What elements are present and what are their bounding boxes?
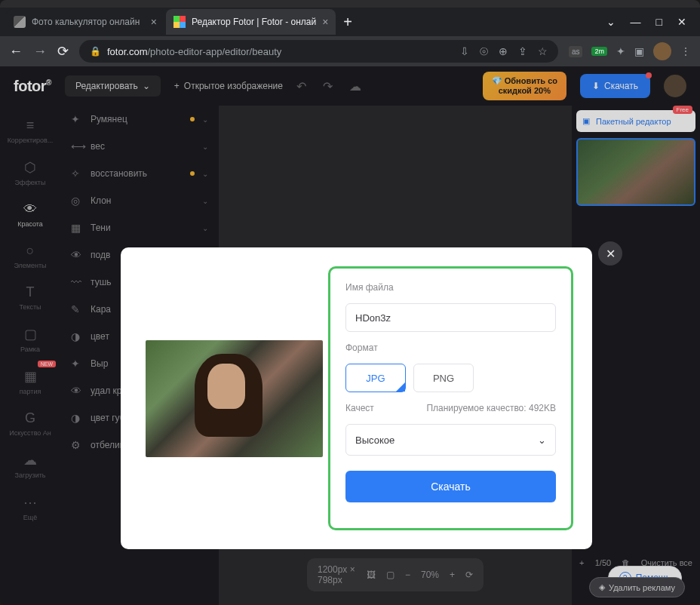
puzzle-icon[interactable]: ✦ bbox=[616, 45, 625, 57]
bookmark-icon[interactable]: ☆ bbox=[538, 45, 548, 58]
format-jpg-button[interactable]: JPG bbox=[345, 364, 406, 392]
filename-label: Имя файла bbox=[345, 282, 556, 293]
favicon bbox=[14, 16, 26, 28]
profile-avatar[interactable] bbox=[653, 42, 671, 60]
reload-button[interactable]: ⟳ bbox=[57, 43, 69, 60]
diamond-icon: ◈ bbox=[599, 582, 605, 592]
chevron-down-icon: ⌄ bbox=[538, 435, 546, 446]
square-icon[interactable]: ▣ bbox=[634, 45, 644, 57]
remove-ads-button[interactable]: ◈ Удалить рекламу bbox=[589, 577, 685, 597]
close-window-button[interactable]: ✕ bbox=[677, 16, 686, 28]
share-icon[interactable]: ⇪ bbox=[518, 45, 527, 58]
filename-input[interactable] bbox=[345, 303, 556, 332]
url-domain: fotor.com bbox=[107, 46, 147, 57]
back-button[interactable]: ← bbox=[9, 44, 23, 60]
browser-tabbar: Фото калькулятор онлайн × Редактор Fotor… bbox=[0, 8, 700, 36]
new-tab-button[interactable]: + bbox=[337, 14, 358, 31]
zoom-icon[interactable]: ⊕ bbox=[499, 45, 508, 58]
address-input[interactable]: 🔒 fotor.com/photo-editor-app/editor/beau… bbox=[79, 40, 558, 63]
preview-image bbox=[146, 340, 323, 457]
maximize-button[interactable]: □ bbox=[656, 16, 662, 28]
tab-title: Фото калькулятор онлайн bbox=[32, 17, 145, 27]
tab-fotor[interactable]: Редактор Fotor | Fotor - онлай × bbox=[166, 9, 336, 35]
menu-icon[interactable]: ⋮ bbox=[680, 45, 691, 57]
planned-size: Планируемое качество: 492KB bbox=[426, 403, 556, 413]
favicon bbox=[173, 16, 186, 28]
chevron-down-icon[interactable]: ⌄ bbox=[606, 16, 616, 28]
quality-label: Качест bbox=[345, 403, 374, 413]
download-form: Имя файла Формат JPG PNG Качест Планируе… bbox=[328, 266, 573, 530]
format-png-button[interactable]: PNG bbox=[413, 364, 474, 392]
modal-overlay[interactable]: ✕ Имя файла Формат JPG PNG Качест Планир… bbox=[0, 66, 700, 605]
format-label: Формат bbox=[345, 342, 556, 353]
ext-as[interactable]: as bbox=[569, 46, 583, 57]
close-icon[interactable]: × bbox=[322, 16, 328, 28]
install-icon[interactable]: ⇩ bbox=[460, 45, 469, 58]
close-icon[interactable]: × bbox=[151, 16, 157, 28]
modal-download-button[interactable]: Скачать bbox=[345, 471, 556, 502]
download-modal: ✕ Имя файла Формат JPG PNG Качест Планир… bbox=[121, 247, 592, 549]
preview-pane bbox=[140, 266, 328, 530]
modal-close-button[interactable]: ✕ bbox=[598, 241, 622, 266]
lock-icon: 🔒 bbox=[90, 46, 101, 57]
url-path: /photo-editor-app/editor/beauty bbox=[147, 46, 281, 57]
quality-select[interactable]: Высокое ⌄ bbox=[345, 424, 556, 456]
ext-2m[interactable]: 2m bbox=[591, 47, 607, 56]
browser-addressbar: ← → ⟳ 🔒 fotor.com/photo-editor-app/edito… bbox=[0, 36, 700, 66]
tab-calculator[interactable]: Фото калькулятор онлайн × bbox=[6, 9, 164, 35]
forward-button[interactable]: → bbox=[33, 44, 47, 60]
tab-title: Редактор Fotor | Fotor - онлай bbox=[192, 17, 316, 27]
translate-icon[interactable]: ⦾ bbox=[480, 45, 488, 58]
minimize-button[interactable]: — bbox=[631, 16, 641, 28]
